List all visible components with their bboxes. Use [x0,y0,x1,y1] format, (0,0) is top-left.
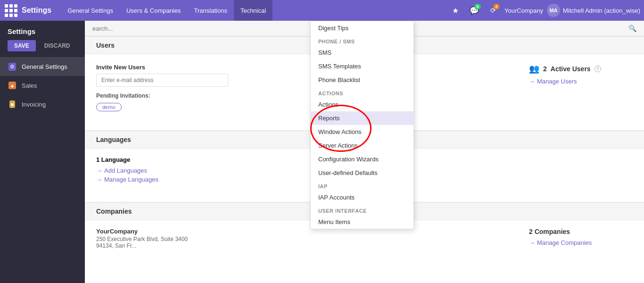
sidebar-item-label: Invoicing [22,101,46,108]
dropdown-section-iap: IAP [311,180,413,191]
company-name: YourCompany [96,228,510,235]
dropdown-item-actions[interactable]: Actions [311,98,413,111]
dropdown-item-reports[interactable]: Reports [311,111,413,125]
dropdown-section-ui: User Interface [311,204,413,215]
topbar-nav: General Settings Users & Companies Trans… [61,0,448,21]
topbar-right: ★ 💬 5 ⟳ 2 YourCompany MA Mitchell Admin … [448,3,640,18]
users-count: 2 [543,65,547,73]
dropdown-item-window-actions[interactable]: Window Actions [311,125,413,139]
sidebar-item-label: Sales [22,82,37,89]
active-users-label: Active Users [551,65,591,73]
dropdown-item-sms[interactable]: SMS [311,46,413,59]
gear-icon: ⚙ [8,62,17,71]
pending-row: Pending Invitations: demo [96,92,510,111]
user-name: Mitchell Admin (action_wise) [563,7,640,14]
sidebar: Settings SAVE DISCARD ⚙ General Settings… [0,21,85,283]
page-layout: Settings SAVE DISCARD ⚙ General Settings… [0,21,644,283]
nav-users-companies[interactable]: Users & Companies [120,0,188,21]
save-button[interactable]: SAVE [8,40,36,51]
dropdown-item-sms-templates[interactable]: SMS Templates [311,59,413,73]
app-title: Settings [22,6,51,15]
updates-button[interactable]: ⟳ 2 [486,3,501,18]
chart-icon: ▲ [8,81,17,90]
sidebar-item-label: General Settings [22,63,67,70]
dropdown-item-server-actions[interactable]: Server Actions [311,139,413,152]
active-users-panel: 👥 2 Active Users ? Manage Users [529,64,633,87]
chat-badge: 5 [474,4,481,9]
sidebar-title: Settings [0,21,85,40]
help-icon[interactable]: ? [594,66,601,72]
manage-users-link[interactable]: Manage Users [529,78,633,85]
company-right: 2 Companies Manage Companies [529,228,633,248]
company-left: YourCompany 250 Executive Park Blvd, Sui… [96,228,510,249]
notifications-button[interactable]: ★ [448,3,463,18]
user-menu[interactable]: MA Mitchell Admin (action_wise) [547,4,640,17]
users-icon: 👥 [529,64,539,74]
manage-companies-link[interactable]: Manage Companies [529,239,633,246]
dropdown-item-iap-accounts[interactable]: IAP Accounts [311,191,413,204]
discard-button[interactable]: DISCARD [40,40,75,51]
nav-general-settings[interactable]: General Settings [61,0,120,21]
dropdown-scroll[interactable]: Digest Tips Phone / SMS SMS SMS Template… [311,21,413,229]
invoice-icon: ■ [8,100,17,109]
sidebar-item-general-settings[interactable]: ⚙ General Settings [0,57,85,76]
avatar: MA [547,4,560,17]
dropdown-section-actions: Actions [311,87,413,98]
bell-icon: ★ [452,6,459,15]
chat-button[interactable]: 💬 5 [467,3,482,18]
nav-translations[interactable]: Translations [188,0,234,21]
sidebar-actions: SAVE DISCARD [0,40,85,57]
company-name[interactable]: YourCompany [504,7,543,14]
technical-dropdown: Digest Tips Phone / SMS SMS SMS Template… [310,21,414,229]
companies-count-text: 2 Companies [529,228,570,235]
invite-title: Invite New Users [96,64,510,71]
company-address-2: 94134, San Fr... [96,242,510,249]
pending-label: Pending Invitations: [96,92,510,99]
company-address-1: 250 Executive Park Blvd, Suite 3400 [96,236,510,242]
dropdown-item-user-defined-defaults[interactable]: User-defined Defaults [311,166,413,180]
search-icon: 🔍 [628,25,636,32]
main-content: 🔍 Users Invite New Users Pending Invitat… [85,21,644,283]
companies-count: 2 Companies [529,228,633,235]
active-users-count: 👥 2 Active Users ? [529,64,633,74]
updates-badge: 2 [493,4,500,9]
email-input[interactable] [96,74,228,87]
demo-badge: demo [96,103,122,111]
topbar: Settings General Settings Users & Compan… [0,0,644,21]
nav-technical[interactable]: Technical [234,0,272,21]
apps-menu-button[interactable] [4,3,18,17]
dropdown-section-phone-sms: Phone / SMS [311,35,413,46]
dropdown-item-menu-items[interactable]: Menu Items [311,215,413,229]
dropdown-item-phone-blacklist[interactable]: Phone Blacklist [311,73,413,87]
sidebar-item-sales[interactable]: ▲ Sales [0,76,85,95]
dropdown-item-configuration-wizards[interactable]: Configuration Wizards [311,152,413,166]
sidebar-item-invoicing[interactable]: ■ Invoicing [0,95,85,114]
companies-row: YourCompany 250 Executive Park Blvd, Sui… [96,228,633,249]
invite-left: Invite New Users Pending Invitations: de… [96,64,510,111]
dropdown-item-digest-tips[interactable]: Digest Tips [311,21,413,35]
